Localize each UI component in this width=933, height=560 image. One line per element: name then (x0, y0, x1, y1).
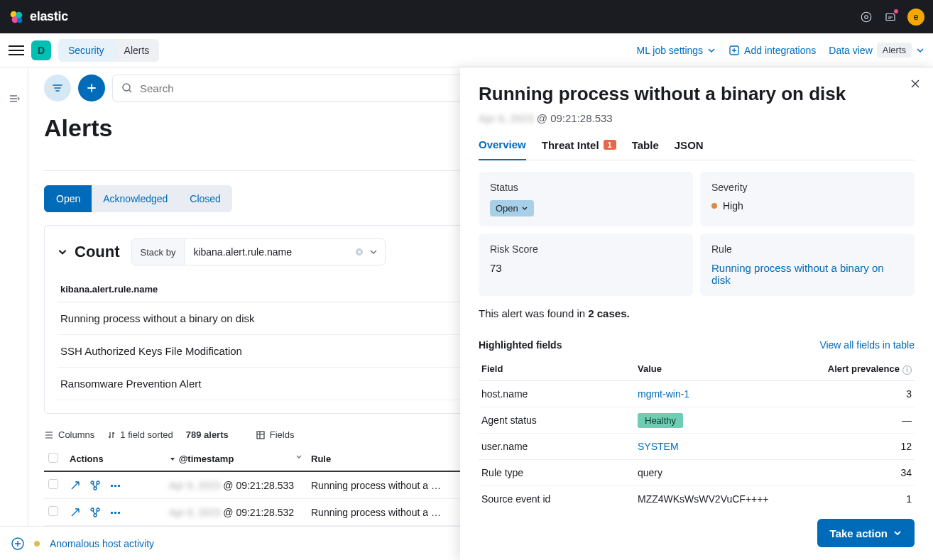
elastic-logo-icon (9, 9, 24, 25)
header-right: e (859, 9, 924, 26)
svg-point-4 (861, 12, 871, 22)
breadcrumb: Security Alerts (58, 39, 159, 62)
app-nav-left: D Security Alerts (9, 39, 159, 62)
user-avatar[interactable]: e (907, 9, 924, 26)
add-integrations-link[interactable]: Add integrations (729, 45, 816, 56)
data-view-label: Data view (829, 45, 872, 56)
breadcrumb-app[interactable]: Security (58, 39, 114, 62)
header-left: elastic (9, 9, 68, 25)
brand-name: elastic (30, 9, 68, 24)
chevron-down-icon (916, 46, 924, 55)
help-icon[interactable] (859, 10, 873, 24)
data-view-selector[interactable]: Data view Alerts (829, 43, 924, 57)
integration-icon (729, 45, 740, 56)
add-integrations-label: Add integrations (744, 45, 816, 56)
svg-point-5 (865, 15, 868, 18)
chevron-down-icon (707, 46, 716, 55)
space-selector[interactable]: D (31, 40, 51, 60)
ml-job-settings-link[interactable]: ML job settings (636, 45, 716, 56)
ml-label: ML job settings (636, 45, 703, 56)
svg-point-3 (17, 17, 22, 22)
app-nav-right: ML job settings Add integrations Data vi… (636, 43, 924, 57)
data-view-pill: Alerts (877, 43, 912, 57)
news-icon[interactable] (883, 10, 897, 24)
app-nav: D Security Alerts ML job settings Add in… (0, 33, 933, 67)
breadcrumb-page: Alerts (114, 39, 160, 62)
global-header: elastic e (0, 0, 933, 33)
notification-dot-icon (893, 9, 899, 14)
menu-toggle-icon[interactable] (9, 45, 24, 55)
